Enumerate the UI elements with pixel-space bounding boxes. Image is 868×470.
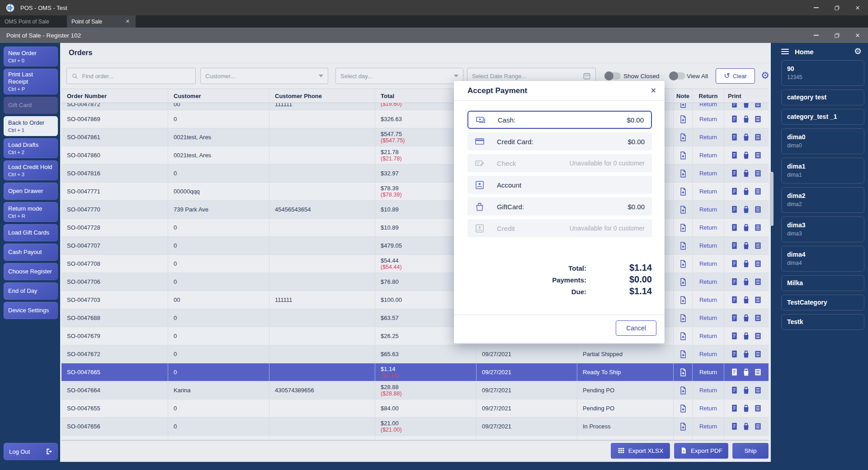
close-icon[interactable]: ✕ (847, 0, 868, 15)
print-receipt-icon[interactable] (730, 115, 739, 123)
print-gift-receipt-icon[interactable] (742, 205, 750, 214)
category-card-testcategory[interactable]: TestCategory (781, 295, 864, 310)
select-day-dropdown[interactable]: Select day... (335, 68, 463, 84)
category-card-category-test-1[interactable]: category_test _1 (781, 109, 864, 125)
print-gift-receipt-icon[interactable] (742, 133, 750, 141)
print-order-list-icon[interactable] (754, 386, 762, 395)
category-card-dima0[interactable]: dima0 dima0 (781, 128, 864, 154)
print-order-list-icon[interactable] (754, 169, 762, 178)
add-note-button[interactable] (674, 273, 693, 291)
print-receipt-icon[interactable] (730, 103, 739, 108)
print-gift-receipt-icon[interactable] (742, 314, 750, 322)
sidebar-button-choose-register[interactable]: Choose Register (4, 263, 58, 280)
print-order-list-icon[interactable] (754, 332, 762, 340)
order-row-so-0047656[interactable]: SO-0047656 0 $21.00 ($21.00) 09/27/2021 … (61, 418, 769, 436)
return-link[interactable]: Return (693, 164, 724, 182)
return-link[interactable]: Return (693, 237, 724, 254)
menu-icon[interactable] (781, 49, 789, 54)
print-order-list-icon[interactable] (754, 368, 762, 376)
category-card-dima1[interactable]: dima1 dima1 (781, 158, 864, 183)
clear-filters-button[interactable]: ↺ Clear (716, 68, 755, 84)
print-order-list-icon[interactable] (754, 187, 762, 196)
return-link[interactable]: Return (693, 219, 724, 236)
print-receipt-icon[interactable] (730, 169, 739, 178)
print-receipt-icon[interactable] (730, 404, 739, 413)
return-link[interactable]: Return (693, 201, 724, 218)
print-gift-receipt-icon[interactable] (742, 350, 750, 358)
print-receipt-icon[interactable] (730, 259, 739, 268)
add-note-button[interactable] (674, 363, 693, 381)
order-row-so-0047664[interactable]: SO-0047664 Karina 430574389656 $28.88 ($… (61, 381, 769, 400)
return-link[interactable]: Return (693, 110, 724, 128)
return-link[interactable]: Return (693, 183, 724, 200)
category-card-milka[interactable]: Milka (781, 275, 864, 291)
print-gift-receipt-icon[interactable] (742, 115, 750, 123)
return-link[interactable]: Return (693, 309, 724, 327)
print-receipt-icon[interactable] (730, 205, 739, 214)
minimize-icon[interactable] (806, 0, 826, 15)
print-receipt-icon[interactable] (730, 133, 739, 141)
print-order-list-icon[interactable] (754, 115, 762, 123)
print-receipt-icon[interactable] (730, 277, 739, 286)
print-order-list-icon[interactable] (754, 223, 762, 232)
print-gift-receipt-icon[interactable] (742, 259, 750, 268)
column-header-order[interactable]: Order Number (61, 89, 168, 103)
category-card-dima4[interactable]: dima4 dima4 (781, 246, 864, 272)
tab-point-of-sale[interactable]: Point of Sale ✕ (67, 15, 136, 28)
print-order-list-icon[interactable] (754, 350, 762, 358)
add-note-button[interactable] (674, 418, 693, 435)
column-header-note[interactable]: Note (674, 89, 693, 103)
add-note-button[interactable] (674, 291, 693, 309)
sidebar-button-cash-payout[interactable]: Cash Payout (4, 244, 58, 261)
tab-close-icon[interactable]: ✕ (124, 19, 131, 24)
column-header-print[interactable]: Print (724, 89, 768, 103)
print-gift-receipt-icon[interactable] (742, 169, 750, 178)
print-order-list-icon[interactable] (754, 103, 762, 108)
category-card-dima3[interactable]: dima3 dima3 (781, 216, 864, 242)
print-gift-receipt-icon[interactable] (742, 368, 750, 376)
order-row-so-0047655[interactable]: SO-0047655 0 $84.00 09/27/2021 Pending P… (61, 400, 769, 418)
payment-method-cash[interactable]: Cash: $0.00 (467, 111, 652, 129)
logout-button[interactable]: Log Out (4, 443, 58, 460)
add-note-button[interactable] (674, 128, 693, 146)
return-link[interactable]: Return (693, 103, 724, 110)
tab-oms-point-of-sale[interactable]: OMS Point of Sale (0, 15, 67, 28)
return-link[interactable]: Return (693, 327, 724, 345)
return-link[interactable] (693, 436, 724, 440)
add-note-button[interactable] (674, 164, 693, 182)
print-order-list-icon[interactable] (754, 404, 762, 413)
restore-icon[interactable] (826, 0, 847, 15)
add-note-button[interactable] (674, 255, 693, 273)
print-order-list-icon[interactable] (754, 422, 762, 431)
add-note-button[interactable] (674, 309, 693, 327)
print-receipt-icon[interactable] (730, 223, 739, 232)
add-note-button[interactable] (674, 146, 693, 164)
order-row-so-0047665[interactable]: SO-0047665 0 $1.14 ($1.14) 09/27/2021 Re… (61, 363, 769, 381)
return-link[interactable]: Return (693, 128, 724, 146)
sidebar-button-print-last-receipt[interactable]: Print Last Receipt Ctrl + P (4, 69, 58, 94)
category-card-90[interactable]: 90 12345 (781, 60, 864, 86)
print-gift-receipt-icon[interactable] (742, 151, 750, 160)
sidebar-button-load-drafts[interactable]: Load Drafts Ctrl + 2 (4, 138, 58, 158)
print-gift-receipt-icon[interactable] (742, 404, 750, 413)
add-note-button[interactable] (674, 103, 693, 110)
find-order-input[interactable] (82, 73, 191, 80)
print-order-list-icon[interactable] (754, 241, 762, 250)
return-link[interactable]: Return (693, 363, 724, 381)
add-note-button[interactable] (674, 201, 693, 218)
add-note-button[interactable] (674, 327, 693, 345)
sidebar-button-new-order[interactable]: New Order Ctrl + 0 (4, 47, 58, 66)
sidebar-button-return-mode[interactable]: Return mode Ctrl + R (4, 202, 58, 222)
print-receipt-icon[interactable] (730, 151, 739, 160)
order-row[interactable] (61, 436, 769, 440)
print-receipt-icon[interactable] (730, 332, 739, 340)
payment-method-account[interactable]: Account (467, 176, 652, 194)
add-note-button[interactable] (674, 436, 693, 440)
dialog-close-icon[interactable]: ✕ (651, 86, 656, 95)
category-card-testk[interactable]: Testk (781, 314, 864, 330)
print-gift-receipt-icon[interactable] (742, 422, 750, 431)
export-xlsx-button[interactable]: Export XLSX (611, 443, 670, 459)
minimize-icon[interactable] (806, 28, 826, 43)
sidebar-button-device-settings[interactable]: Device Settings (4, 302, 58, 319)
print-gift-receipt-icon[interactable] (742, 241, 750, 250)
